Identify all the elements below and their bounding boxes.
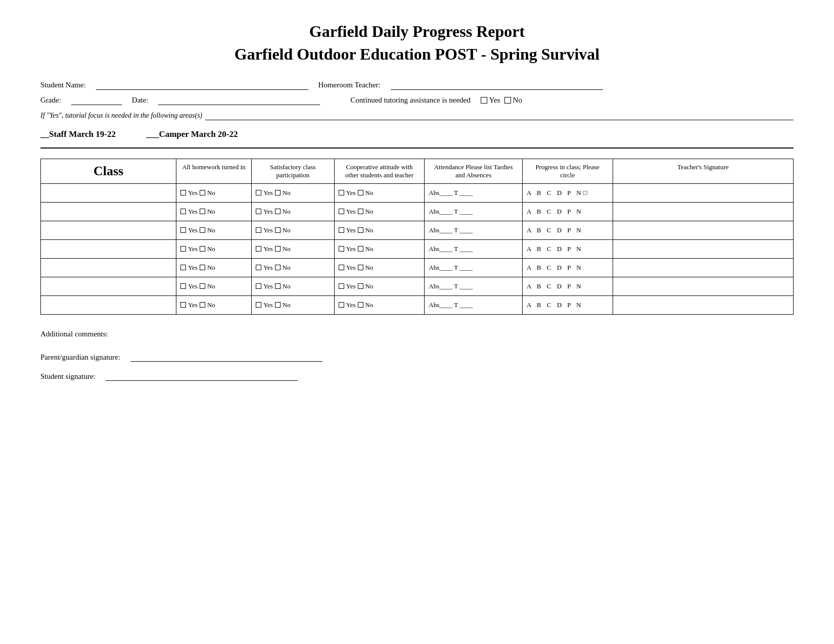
no-cb[interactable]	[200, 190, 205, 195]
cooperative-cell-7[interactable]: Yes No	[334, 295, 425, 314]
student-sig-line[interactable]	[106, 372, 298, 381]
class-cell-7[interactable]	[41, 295, 176, 314]
class-cell-5[interactable]	[41, 258, 176, 277]
page-title: Garfield Daily Progress Report Garfield …	[40, 20, 794, 66]
satisfactory-cell-5[interactable]: Yes No	[251, 258, 334, 277]
progress-cell-5[interactable]: A B C D P N	[522, 258, 613, 277]
signature-cell-5[interactable]	[613, 258, 793, 277]
grade-date-tutoring-row: Grade: Date: Continued tutoring assistan…	[40, 96, 794, 105]
homework-cell-4[interactable]: Yes No	[176, 239, 252, 258]
class-header: Class	[41, 159, 176, 183]
parent-guardian-sig-line[interactable]	[130, 353, 322, 362]
cooperative-cell-6[interactable]: Yes No	[334, 277, 425, 295]
grade-field[interactable]	[71, 96, 122, 105]
form-section: Student Name: Homeroom Teacher: Grade: D…	[40, 81, 794, 148]
no-label: No	[513, 96, 522, 105]
table-row: Yes No Yes No Yes No Abs____ T ____	[41, 239, 794, 258]
comments-section: Additional comments: Parent/guardian sig…	[40, 330, 794, 381]
parent-guardian-row: Parent/guardian signature:	[40, 353, 794, 362]
yes-checkbox[interactable]	[481, 97, 487, 104]
tutoring-label: Continued tutoring assistance is needed	[350, 96, 470, 105]
homework-cell-1[interactable]: Yes No	[176, 183, 252, 202]
table-row: Yes No Yes No Yes No Abs____ T ____	[41, 183, 794, 202]
progress-cell-6[interactable]: A B C D P N	[522, 277, 613, 295]
signature-cell-2[interactable]	[613, 202, 793, 221]
table-row: Yes No Yes No Yes No Abs____ T ____	[41, 277, 794, 295]
homeroom-teacher-field[interactable]	[391, 81, 603, 90]
satisfactory-cell-3[interactable]: Yes No	[251, 221, 334, 239]
progress-header: Progress in class; Please circle	[522, 159, 613, 183]
student-signature-row: Student signature:	[40, 372, 794, 381]
cooperative-cell-3[interactable]: Yes No	[334, 221, 425, 239]
homework-cell-7[interactable]: Yes No	[176, 295, 252, 314]
yes-label: Yes	[489, 96, 500, 105]
attendance-cell-4[interactable]: Abs____ T ____	[425, 239, 523, 258]
homework-cell-5[interactable]: Yes No	[176, 258, 252, 277]
satisfactory-cell-1[interactable]: Yes No	[251, 183, 334, 202]
table-header-row: Class All homework turned in Satisfactor…	[41, 159, 794, 183]
student-name-field[interactable]	[96, 81, 308, 90]
table-row: Yes No Yes No Yes No Abs____ T ____	[41, 258, 794, 277]
attendance-cell-6[interactable]: Abs____ T ____	[425, 277, 523, 295]
student-name-label: Student Name:	[40, 81, 86, 89]
attendance-cell-3[interactable]: Abs____ T ____	[425, 221, 523, 239]
attendance-cell-5[interactable]: Abs____ T ____	[425, 258, 523, 277]
homework-cell-6[interactable]: Yes No	[176, 277, 252, 295]
grade-label: Grade:	[40, 96, 61, 105]
student-signature-label: Student signature:	[40, 372, 96, 381]
signature-cell-1[interactable]	[613, 183, 793, 202]
table-row: Yes No Yes No Yes No Abs____ T ____	[41, 202, 794, 221]
signature-cell-7[interactable]	[613, 295, 793, 314]
date-label: Date:	[132, 96, 148, 105]
class-cell-2[interactable]	[41, 202, 176, 221]
homeroom-teacher-label: Homeroom Teacher:	[318, 81, 381, 89]
parent-guardian-label: Parent/guardian signature:	[40, 353, 120, 362]
student-homeroom-row: Student Name: Homeroom Teacher:	[40, 81, 794, 90]
yes-checkbox-item[interactable]: Yes	[481, 96, 500, 105]
cooperative-cell-4[interactable]: Yes No	[334, 239, 425, 258]
if-yes-label: If "Yes", tutorial focus is needed in th…	[40, 112, 202, 120]
additional-comments-label: Additional comments:	[40, 330, 794, 338]
yes-cb[interactable]	[180, 190, 186, 195]
satisfactory-cell-2[interactable]: Yes No	[251, 202, 334, 221]
progress-cell-4[interactable]: A B C D P N	[522, 239, 613, 258]
date-options-section: __Staff March 19-22 ___Camper March 20-2…	[40, 129, 794, 139]
cooperative-cell-1[interactable]: Yes No	[334, 183, 425, 202]
progress-cell-7[interactable]: A B C D P N	[522, 295, 613, 314]
class-cell-6[interactable]	[41, 277, 176, 295]
table-row: Yes No Yes No Yes No Abs____ T ____	[41, 295, 794, 314]
staff-date: __Staff March 19-22	[40, 129, 116, 139]
cooperative-cell-2[interactable]: Yes No	[334, 202, 425, 221]
cooperative-cell-5[interactable]: Yes No	[334, 258, 425, 277]
homework-cell-2[interactable]: Yes No	[176, 202, 252, 221]
date-field[interactable]	[158, 96, 320, 105]
attendance-header: Attendance Please list Tardies and Absen…	[425, 159, 523, 183]
cooperative-header: Cooperative attitude with other students…	[334, 159, 425, 183]
signature-cell-4[interactable]	[613, 239, 793, 258]
attendance-cell-7[interactable]: Abs____ T ____	[425, 295, 523, 314]
yes-no-homework-1: Yes No	[180, 189, 247, 197]
homework-cell-3[interactable]: Yes No	[176, 221, 252, 239]
camper-date: ___Camper March 20-22	[146, 129, 238, 139]
no-checkbox-item[interactable]: No	[504, 96, 522, 105]
if-yes-field[interactable]	[205, 111, 794, 120]
page-header: Garfield Daily Progress Report Garfield …	[40, 20, 794, 66]
signature-cell-3[interactable]	[613, 221, 793, 239]
table-row: Yes No Yes No Yes No Abs____ T ____	[41, 221, 794, 239]
satisfactory-cell-6[interactable]: Yes No	[251, 277, 334, 295]
attendance-cell-2[interactable]: Abs____ T ____	[425, 202, 523, 221]
progress-cell-2[interactable]: A B C D P N	[522, 202, 613, 221]
class-cell-3[interactable]	[41, 221, 176, 239]
no-checkbox[interactable]	[504, 97, 511, 104]
class-cell-4[interactable]	[41, 239, 176, 258]
attendance-cell-1[interactable]: Abs____ T ____	[425, 183, 523, 202]
signature-cell-6[interactable]	[613, 277, 793, 295]
progress-cell-3[interactable]: A B C D P N	[522, 221, 613, 239]
divider-line	[40, 147, 794, 148]
satisfactory-cell-4[interactable]: Yes No	[251, 239, 334, 258]
satisfactory-cell-7[interactable]: Yes No	[251, 295, 334, 314]
class-cell-1[interactable]	[41, 183, 176, 202]
progress-cell-1[interactable]: A B C D P N□	[522, 183, 613, 202]
satisfactory-header: Satisfactory class participation	[251, 159, 334, 183]
signature-header: Teacher's Signature	[613, 159, 793, 183]
